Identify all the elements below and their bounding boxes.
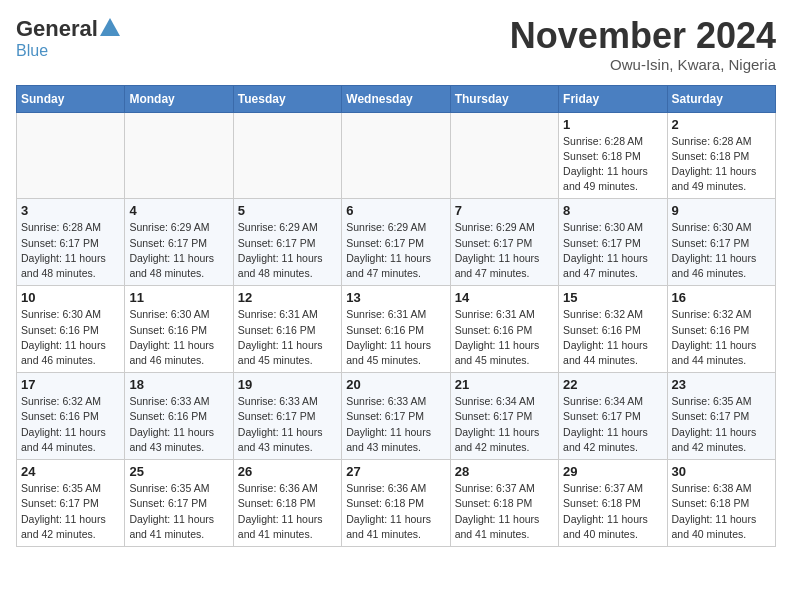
weekday-header: Saturday bbox=[667, 85, 775, 112]
weekday-header: Friday bbox=[559, 85, 667, 112]
calendar-table: SundayMondayTuesdayWednesdayThursdayFrid… bbox=[16, 85, 776, 547]
logo: General Blue bbox=[16, 16, 120, 60]
calendar-cell: 9Sunrise: 6:30 AM Sunset: 6:17 PM Daylig… bbox=[667, 199, 775, 286]
calendar-cell: 29Sunrise: 6:37 AM Sunset: 6:18 PM Dayli… bbox=[559, 460, 667, 547]
weekday-header: Tuesday bbox=[233, 85, 341, 112]
calendar-header-row: SundayMondayTuesdayWednesdayThursdayFrid… bbox=[17, 85, 776, 112]
calendar-cell: 1Sunrise: 6:28 AM Sunset: 6:18 PM Daylig… bbox=[559, 112, 667, 199]
calendar-cell: 26Sunrise: 6:36 AM Sunset: 6:18 PM Dayli… bbox=[233, 460, 341, 547]
calendar-cell: 17Sunrise: 6:32 AM Sunset: 6:16 PM Dayli… bbox=[17, 373, 125, 460]
calendar-week-row: 17Sunrise: 6:32 AM Sunset: 6:16 PM Dayli… bbox=[17, 373, 776, 460]
logo-triangle-icon bbox=[100, 18, 120, 36]
calendar-cell: 28Sunrise: 6:37 AM Sunset: 6:18 PM Dayli… bbox=[450, 460, 558, 547]
logo-general-text: General bbox=[16, 16, 98, 42]
day-number: 30 bbox=[672, 464, 771, 479]
calendar-cell: 27Sunrise: 6:36 AM Sunset: 6:18 PM Dayli… bbox=[342, 460, 450, 547]
day-info: Sunrise: 6:28 AM Sunset: 6:17 PM Dayligh… bbox=[21, 220, 120, 281]
calendar-cell: 14Sunrise: 6:31 AM Sunset: 6:16 PM Dayli… bbox=[450, 286, 558, 373]
day-info: Sunrise: 6:38 AM Sunset: 6:18 PM Dayligh… bbox=[672, 481, 771, 542]
calendar-cell: 2Sunrise: 6:28 AM Sunset: 6:18 PM Daylig… bbox=[667, 112, 775, 199]
day-number: 12 bbox=[238, 290, 337, 305]
day-info: Sunrise: 6:32 AM Sunset: 6:16 PM Dayligh… bbox=[563, 307, 662, 368]
calendar-cell: 30Sunrise: 6:38 AM Sunset: 6:18 PM Dayli… bbox=[667, 460, 775, 547]
day-number: 11 bbox=[129, 290, 228, 305]
day-info: Sunrise: 6:29 AM Sunset: 6:17 PM Dayligh… bbox=[238, 220, 337, 281]
day-number: 3 bbox=[21, 203, 120, 218]
calendar-cell: 21Sunrise: 6:34 AM Sunset: 6:17 PM Dayli… bbox=[450, 373, 558, 460]
day-info: Sunrise: 6:30 AM Sunset: 6:16 PM Dayligh… bbox=[21, 307, 120, 368]
calendar-cell: 24Sunrise: 6:35 AM Sunset: 6:17 PM Dayli… bbox=[17, 460, 125, 547]
day-number: 26 bbox=[238, 464, 337, 479]
calendar-cell: 13Sunrise: 6:31 AM Sunset: 6:16 PM Dayli… bbox=[342, 286, 450, 373]
calendar-cell bbox=[233, 112, 341, 199]
day-info: Sunrise: 6:28 AM Sunset: 6:18 PM Dayligh… bbox=[672, 134, 771, 195]
weekday-header: Thursday bbox=[450, 85, 558, 112]
day-info: Sunrise: 6:33 AM Sunset: 6:17 PM Dayligh… bbox=[238, 394, 337, 455]
day-number: 7 bbox=[455, 203, 554, 218]
day-info: Sunrise: 6:30 AM Sunset: 6:17 PM Dayligh… bbox=[672, 220, 771, 281]
day-info: Sunrise: 6:37 AM Sunset: 6:18 PM Dayligh… bbox=[455, 481, 554, 542]
calendar-cell: 4Sunrise: 6:29 AM Sunset: 6:17 PM Daylig… bbox=[125, 199, 233, 286]
day-number: 22 bbox=[563, 377, 662, 392]
weekday-header: Sunday bbox=[17, 85, 125, 112]
day-info: Sunrise: 6:35 AM Sunset: 6:17 PM Dayligh… bbox=[672, 394, 771, 455]
calendar-cell: 10Sunrise: 6:30 AM Sunset: 6:16 PM Dayli… bbox=[17, 286, 125, 373]
calendar-cell: 12Sunrise: 6:31 AM Sunset: 6:16 PM Dayli… bbox=[233, 286, 341, 373]
day-info: Sunrise: 6:28 AM Sunset: 6:18 PM Dayligh… bbox=[563, 134, 662, 195]
day-info: Sunrise: 6:31 AM Sunset: 6:16 PM Dayligh… bbox=[455, 307, 554, 368]
calendar-week-row: 1Sunrise: 6:28 AM Sunset: 6:18 PM Daylig… bbox=[17, 112, 776, 199]
day-info: Sunrise: 6:34 AM Sunset: 6:17 PM Dayligh… bbox=[563, 394, 662, 455]
day-number: 23 bbox=[672, 377, 771, 392]
calendar-cell bbox=[450, 112, 558, 199]
day-number: 29 bbox=[563, 464, 662, 479]
calendar-cell: 3Sunrise: 6:28 AM Sunset: 6:17 PM Daylig… bbox=[17, 199, 125, 286]
day-info: Sunrise: 6:32 AM Sunset: 6:16 PM Dayligh… bbox=[21, 394, 120, 455]
calendar-week-row: 3Sunrise: 6:28 AM Sunset: 6:17 PM Daylig… bbox=[17, 199, 776, 286]
day-number: 25 bbox=[129, 464, 228, 479]
calendar-cell: 8Sunrise: 6:30 AM Sunset: 6:17 PM Daylig… bbox=[559, 199, 667, 286]
day-number: 24 bbox=[21, 464, 120, 479]
calendar-cell: 18Sunrise: 6:33 AM Sunset: 6:16 PM Dayli… bbox=[125, 373, 233, 460]
day-info: Sunrise: 6:33 AM Sunset: 6:16 PM Dayligh… bbox=[129, 394, 228, 455]
page-header: General Blue November 2024 Owu-Isin, Kwa… bbox=[16, 16, 776, 73]
day-info: Sunrise: 6:36 AM Sunset: 6:18 PM Dayligh… bbox=[238, 481, 337, 542]
calendar-cell: 7Sunrise: 6:29 AM Sunset: 6:17 PM Daylig… bbox=[450, 199, 558, 286]
day-number: 21 bbox=[455, 377, 554, 392]
day-number: 16 bbox=[672, 290, 771, 305]
day-number: 19 bbox=[238, 377, 337, 392]
calendar-cell bbox=[125, 112, 233, 199]
logo-blue-text: Blue bbox=[16, 42, 48, 60]
day-number: 14 bbox=[455, 290, 554, 305]
calendar-cell bbox=[17, 112, 125, 199]
day-number: 10 bbox=[21, 290, 120, 305]
month-title: November 2024 bbox=[510, 16, 776, 56]
day-info: Sunrise: 6:34 AM Sunset: 6:17 PM Dayligh… bbox=[455, 394, 554, 455]
calendar-cell: 22Sunrise: 6:34 AM Sunset: 6:17 PM Dayli… bbox=[559, 373, 667, 460]
calendar-cell: 5Sunrise: 6:29 AM Sunset: 6:17 PM Daylig… bbox=[233, 199, 341, 286]
calendar-cell: 11Sunrise: 6:30 AM Sunset: 6:16 PM Dayli… bbox=[125, 286, 233, 373]
calendar-week-row: 10Sunrise: 6:30 AM Sunset: 6:16 PM Dayli… bbox=[17, 286, 776, 373]
day-info: Sunrise: 6:31 AM Sunset: 6:16 PM Dayligh… bbox=[346, 307, 445, 368]
calendar-cell bbox=[342, 112, 450, 199]
day-number: 20 bbox=[346, 377, 445, 392]
day-info: Sunrise: 6:31 AM Sunset: 6:16 PM Dayligh… bbox=[238, 307, 337, 368]
calendar-cell: 19Sunrise: 6:33 AM Sunset: 6:17 PM Dayli… bbox=[233, 373, 341, 460]
calendar-cell: 20Sunrise: 6:33 AM Sunset: 6:17 PM Dayli… bbox=[342, 373, 450, 460]
day-number: 5 bbox=[238, 203, 337, 218]
day-info: Sunrise: 6:37 AM Sunset: 6:18 PM Dayligh… bbox=[563, 481, 662, 542]
day-number: 2 bbox=[672, 117, 771, 132]
calendar-cell: 15Sunrise: 6:32 AM Sunset: 6:16 PM Dayli… bbox=[559, 286, 667, 373]
calendar-week-row: 24Sunrise: 6:35 AM Sunset: 6:17 PM Dayli… bbox=[17, 460, 776, 547]
day-info: Sunrise: 6:33 AM Sunset: 6:17 PM Dayligh… bbox=[346, 394, 445, 455]
calendar-cell: 6Sunrise: 6:29 AM Sunset: 6:17 PM Daylig… bbox=[342, 199, 450, 286]
day-number: 9 bbox=[672, 203, 771, 218]
day-number: 4 bbox=[129, 203, 228, 218]
day-number: 13 bbox=[346, 290, 445, 305]
title-area: November 2024 Owu-Isin, Kwara, Nigeria bbox=[510, 16, 776, 73]
weekday-header: Monday bbox=[125, 85, 233, 112]
day-info: Sunrise: 6:30 AM Sunset: 6:17 PM Dayligh… bbox=[563, 220, 662, 281]
calendar-cell: 23Sunrise: 6:35 AM Sunset: 6:17 PM Dayli… bbox=[667, 373, 775, 460]
day-info: Sunrise: 6:35 AM Sunset: 6:17 PM Dayligh… bbox=[21, 481, 120, 542]
day-info: Sunrise: 6:29 AM Sunset: 6:17 PM Dayligh… bbox=[129, 220, 228, 281]
calendar-cell: 16Sunrise: 6:32 AM Sunset: 6:16 PM Dayli… bbox=[667, 286, 775, 373]
